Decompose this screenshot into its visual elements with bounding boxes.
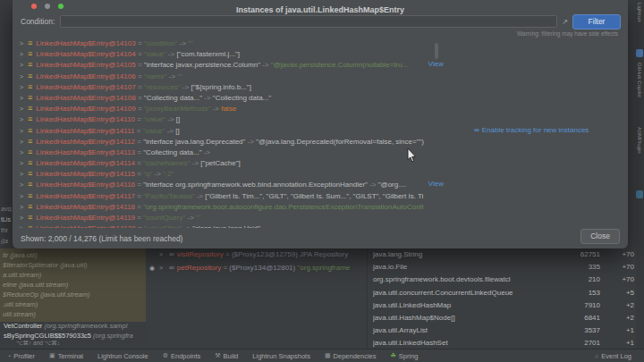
chevron-expand-icon[interactable]: > [20,105,23,112]
tool-window-icon[interactable] [636,49,643,57]
memory-row[interactable]: java.util.ArrayList3537+1 [368,324,637,337]
scrollbar-thumb[interactable] [435,43,438,59]
class-list-item[interactable]: VetController (org.springframework.sampl [0,322,152,332]
enable-tracking-link[interactable]: ∞Enable tracking for new instances [474,126,589,134]
chevron-expand-icon[interactable]: > [20,62,23,68]
instance-row[interactable]: >≡LinkedHashMap$Entry@14106 = "name" -> … [16,71,449,81]
stack-frame-item[interactable]: a.util.stream) [0,270,146,280]
entry-value-part: ["Gilbert Is. Tim...", "GILT", "Gilbert … [205,192,423,200]
instance-row[interactable]: >≡LinkedHashMap$Entry@14117 = "Pacific/T… [16,190,449,201]
stack-frame-item[interactable]: eline (java.util.stream) [0,280,146,290]
condition-row: Condition: ↗ Filter [21,14,621,29]
statusbar-item-lightrun-console[interactable]: Lightrun Console [97,352,148,360]
instance-row[interactable]: >≡LinkedHashMap$Entry@14107 = "resources… [16,81,449,92]
statusbar-item-terminal[interactable]: ▣Terminal [49,352,83,360]
chevron-expand-icon[interactable]: > [20,193,23,199]
tool-window-label-asmplugin[interactable]: ASMPlugin [637,127,642,154]
chevron-expand-icon[interactable]: > [20,84,23,90]
watch-row[interactable]: ◉>∞petRepository = ($Proxy134@12801) "or… [146,262,367,275]
stack-frame-item[interactable]: $IteratorSpliterator (java.util) [0,260,146,270]
close-button[interactable]: Close [580,229,620,244]
equals-sign: = [136,39,144,47]
memory-view-panel: java.lang.String62751+70java.io.File335+… [367,248,637,349]
stack-frame-item[interactable]: $ReduceOp (java.util.stream) [0,290,146,299]
instance-row[interactable]: >≡LinkedHashMap$Entry@14109 = "proxyBean… [16,103,449,114]
instance-row[interactable]: >≡LinkedHashMap$Entry@14103 = "condition… [16,38,449,48]
chevron-expand-icon[interactable]: > [20,181,23,188]
chevron-expand-icon[interactable]: > [20,51,23,57]
statusbar-item-endpoints[interactable]: ⚙Endpoints [163,352,201,360]
statusbar-item-build[interactable]: ⚒Build [215,352,238,360]
memory-row[interactable]: java.io.File335+70 [368,261,637,274]
chevron-expand-icon[interactable]: > [20,171,23,177]
dialog-titlebar[interactable]: Instances of java.util.LinkedHashMap$Ent… [13,0,628,13]
instance-row[interactable]: >≡LinkedHashMap$Entry@14110 = "value" ->… [16,114,449,124]
memory-row[interactable]: java.util.concurrent.ConcurrentLinkedQue… [368,287,637,299]
statusbar-item-label: Profiler [13,352,35,360]
filter-button[interactable]: Filter [572,14,621,29]
window-close-button[interactable] [31,4,37,9]
entry-value-part: "@java.lang.Deprecated(forRemoval=false,… [256,138,424,146]
chevron-expand-icon[interactable]: > [159,265,163,271]
memory-row[interactable]: java.lang.String62751+70 [368,248,637,261]
chevron-expand-icon[interactable]: > [20,128,23,134]
memory-row[interactable]: org.springframework.boot.devtools.filewa… [368,274,637,286]
stack-frame-item[interactable]: util.stream) [0,309,146,319]
chevron-expand-icon[interactable]: > [20,116,23,122]
instance-name: LinkedHashMap$Entry@14107 [36,83,135,91]
tool-window-label-lightrun[interactable]: Lightrun [637,3,642,22]
instance-row[interactable]: >≡LinkedHashMap$Entry@14105 = "interface… [16,59,449,70]
instance-row[interactable]: >≡LinkedHashMap$Entry@14119 = "countQuer… [16,212,449,223]
eye-icon[interactable]: ◉ [149,262,159,275]
memory-class-name: java.util.ArrayList [373,324,557,337]
chevron-expand-icon[interactable]: > [20,139,23,145]
entry-value-part: -> [185,214,196,222]
chevron-expand-icon[interactable]: > [20,225,23,228]
stack-frame-item[interactable]: ltr (java.util) [0,250,146,260]
instance-row[interactable]: >≡LinkedHashMap$Entry@14115 = "q" -> ".2… [16,168,449,179]
controller-classes: VetController (org.springframework.sampl… [0,322,152,341]
tool-window-icon[interactable] [636,190,643,198]
entry-value-part: ["petCache"] [200,159,240,167]
statusbar-item-event-log[interactable]: ○Event Log [595,352,631,360]
chevron-expand-icon[interactable]: > [20,149,23,156]
stack-frame-item[interactable]: .util.stream) [0,299,146,309]
chevron-expand-icon[interactable]: > [159,251,163,257]
condition-input[interactable] [60,15,557,28]
instance-row[interactable]: >≡LinkedHashMap$Entry@14108 = "Collectin… [16,92,449,103]
watch-row[interactable]: >∞visitRepository = ($Proxy123@12759) JP… [146,248,367,262]
statusbar-item-dependencies[interactable]: ▦Dependencies [325,352,377,360]
package-name: (org.springfra [93,332,133,340]
memory-row[interactable]: java.util.HashMap$Node[]6841+2 [368,312,637,324]
chevron-expand-icon[interactable]: > [20,160,23,166]
instance-row[interactable]: >≡LinkedHashMap$Entry@14120 = "valueFilt… [16,223,449,228]
instance-row[interactable]: >≡LinkedHashMap$Entry@14112 = "interface… [16,136,449,147]
instance-row[interactable]: >≡LinkedHashMap$Entry@14114 = "cacheName… [16,157,449,168]
view-link[interactable]: View [425,179,444,189]
statusbar-item-label: Event Log [601,352,631,360]
instance-row[interactable]: >≡LinkedHashMap$Entry@14116 = "interface… [16,179,449,189]
chevron-expand-icon[interactable]: > [20,40,23,46]
expand-editor-icon[interactable]: ↗ [562,18,568,26]
chevron-expand-icon[interactable]: > [20,204,23,210]
entry-value-part: -> [201,148,210,156]
chevron-expand-icon[interactable]: > [20,95,23,101]
instance-row[interactable]: >≡LinkedHashMap$Entry@14113 = "Collectin… [16,147,449,157]
instance-row[interactable]: >≡LinkedHashMap$Entry@14111 = "value" ->… [16,125,449,136]
statusbar-item-spring[interactable]: ☘Spring [391,352,419,360]
chevron-expand-icon[interactable]: > [20,215,23,221]
instance-row[interactable]: >≡LinkedHashMap$Entry@14118 = "org.sprin… [16,201,449,212]
statusbar-item-profiler[interactable]: ◔Profiler [7,352,35,360]
window-minimize-button[interactable] [45,4,50,9]
entry-icon: ≡ [28,93,32,102]
tool-window-label-github-copilot[interactable]: GitHub Copilot [637,63,642,97]
statusbar-item-label: Build [224,352,239,360]
instance-row[interactable]: >≡LinkedHashMap$Entry@14104 = "value" ->… [16,48,449,59]
memory-row[interactable]: java.util.LinkedHashMap7910+2 [368,299,637,312]
window-zoom-button[interactable] [58,4,64,9]
memory-row[interactable]: java.util.LinkedHashSet2701+1 [368,337,637,349]
chevron-expand-icon[interactable]: > [20,73,23,80]
view-link[interactable]: View [425,59,444,70]
entry-value-part: "value" [143,127,165,135]
statusbar-item-lightrun-snapshots[interactable]: Lightrun Snapshots [252,352,310,360]
